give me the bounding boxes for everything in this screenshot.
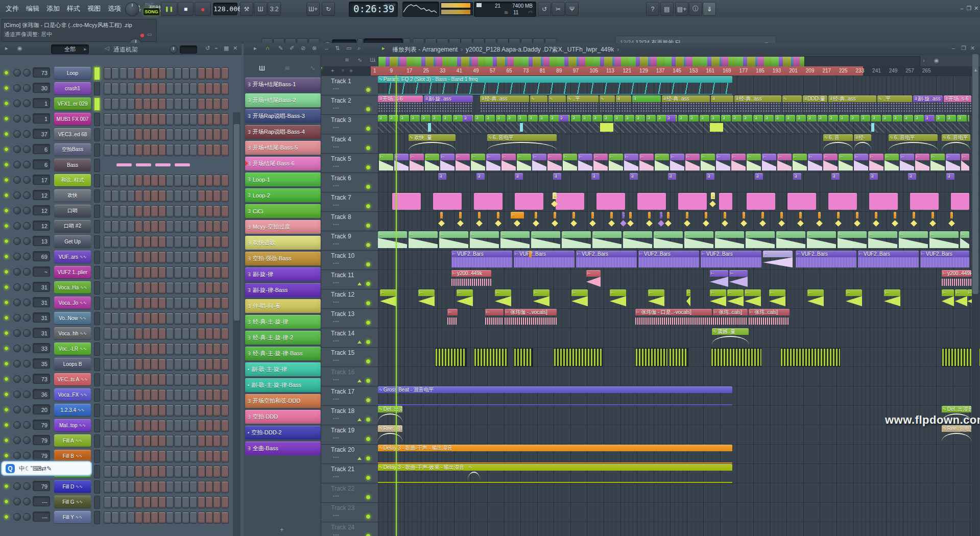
channel-target-number[interactable]: 33 bbox=[33, 343, 50, 353]
channel-selector[interactable] bbox=[94, 373, 100, 386]
step-cell[interactable] bbox=[104, 374, 111, 386]
playlist-clip[interactable]: ⊢ bbox=[440, 154, 455, 173]
step-cell[interactable] bbox=[182, 374, 189, 386]
step-cell[interactable] bbox=[111, 496, 119, 508]
clip-source-audio-icon[interactable]: ≋ bbox=[345, 57, 349, 63]
step-cell[interactable] bbox=[119, 389, 127, 401]
step-cell[interactable] bbox=[151, 190, 158, 202]
channel-button-Voca..hh[interactable]: Voca..hh∿∿ bbox=[54, 327, 91, 339]
step-cell[interactable] bbox=[174, 328, 182, 340]
menu-item-添加[interactable]: 添加 bbox=[43, 4, 63, 13]
playlist-clip-VUF2..Bars[interactable]: ⊢VUF2..Bars bbox=[576, 251, 637, 270]
step-cell[interactable] bbox=[221, 282, 229, 294]
step-cell[interactable] bbox=[111, 404, 119, 417]
channel-pan-knob[interactable] bbox=[23, 100, 31, 107]
step-cell[interactable] bbox=[221, 98, 229, 110]
step-cell[interactable] bbox=[166, 251, 174, 263]
step-cell[interactable] bbox=[213, 251, 221, 263]
playlist-clip[interactable]: ∃ bbox=[632, 95, 661, 114]
channel-selector[interactable] bbox=[94, 343, 100, 356]
pattern-item-开场空拍和弦-DDD[interactable]: ∃开场空拍和弦-DDD bbox=[245, 394, 321, 408]
step-cell[interactable] bbox=[198, 389, 205, 401]
step-cell[interactable] bbox=[221, 113, 229, 126]
playlist-track-row-6[interactable]: Track 6••• bbox=[321, 173, 980, 192]
playlist-clip[interactable]: ∃ bbox=[946, 173, 954, 192]
ime-toolbar[interactable]: Q 中☾”⌨⇄✎ bbox=[1, 461, 92, 476]
step-cell[interactable] bbox=[119, 98, 127, 110]
playlist-clip[interactable]: ⊢ bbox=[654, 231, 683, 250]
playlist-clip[interactable]: ⊢ bbox=[747, 154, 761, 173]
pattern-item-开场+结尾Bass-2[interactable]: ∃开场+结尾Bass-2 bbox=[245, 93, 321, 107]
step-cell[interactable] bbox=[143, 175, 151, 187]
pattern-item-伴-唱-间-奏[interactable]: ∃伴-唱-间-奏 bbox=[245, 299, 321, 313]
step-cell[interactable] bbox=[111, 236, 119, 248]
step-cell[interactable] bbox=[143, 404, 151, 417]
playlist-track-row-14[interactable]: Track 14••• bbox=[321, 328, 980, 347]
channel-mute-led[interactable] bbox=[4, 484, 9, 489]
step-cell[interactable] bbox=[104, 67, 111, 80]
playlist-clip[interactable]: ∃ bbox=[666, 115, 676, 134]
track-options-dots[interactable]: ••• bbox=[333, 280, 339, 285]
step-cell[interactable] bbox=[111, 190, 119, 202]
step-cell[interactable] bbox=[158, 511, 166, 524]
playlist-clip[interactable]: ⊢ bbox=[701, 154, 715, 173]
step-cell[interactable] bbox=[213, 435, 221, 447]
playlist-clip[interactable] bbox=[637, 193, 666, 210]
menu-item-视图[interactable]: 视图 bbox=[84, 4, 104, 13]
step-cell[interactable] bbox=[127, 435, 135, 447]
playlist-clip[interactable]: ∃ bbox=[914, 115, 924, 134]
playlist-track-row-18[interactable]: Track 18••• bbox=[321, 405, 980, 425]
select-tool-icon[interactable]: ▭ bbox=[346, 45, 351, 52]
minimize-button[interactable]: – bbox=[959, 4, 965, 13]
channel-button-Fill G[interactable]: Fill G∿∿ bbox=[54, 496, 91, 508]
playlist-clip[interactable]: ∃ bbox=[554, 212, 556, 231]
track-options-dots[interactable]: ••• bbox=[333, 183, 339, 188]
track-mute-led[interactable] bbox=[366, 262, 371, 267]
channel-button-VFX1..er 029[interactable]: VFX1..er 029 bbox=[54, 98, 91, 110]
time-display[interactable]: 0:26:39 M:S:CS bbox=[349, 2, 398, 17]
channel-mute-led[interactable] bbox=[4, 86, 9, 90]
step-cell[interactable] bbox=[127, 420, 135, 432]
step-cell[interactable] bbox=[213, 205, 221, 217]
step-cell[interactable] bbox=[189, 328, 197, 340]
playlist-clip-VUF2..Bars[interactable]: ⊢VUF2..Bars bbox=[796, 251, 856, 270]
step-cell[interactable] bbox=[189, 67, 197, 80]
step-cell[interactable] bbox=[205, 83, 213, 95]
channel-selector[interactable] bbox=[94, 98, 100, 111]
playlist-clip-DDD-量[interactable]: ∃DDD-量 bbox=[803, 95, 827, 114]
playlist-clip[interactable]: ∃ bbox=[622, 212, 625, 231]
step-cell[interactable] bbox=[127, 282, 135, 294]
playlist-clip[interactable]: ∃ bbox=[686, 212, 688, 231]
playlist-clip[interactable]: ⊢ bbox=[885, 154, 899, 173]
step-cell[interactable] bbox=[143, 466, 151, 478]
playlist-clip[interactable]: ⊢ bbox=[517, 154, 531, 173]
playlist-clip[interactable]: ⊢ bbox=[763, 251, 793, 270]
channel-selector[interactable] bbox=[94, 388, 100, 402]
playlist-clip[interactable] bbox=[428, 123, 431, 132]
channel-selector[interactable] bbox=[94, 174, 100, 187]
channel-button-Fill A[interactable]: Fill A∿∿ bbox=[54, 434, 91, 447]
step-cell[interactable] bbox=[205, 129, 213, 141]
playlist-clip-6..音[interactable]: ∿6..音 bbox=[823, 134, 853, 153]
channel-button-VEC3..ed 68[interactable]: VEC3..ed 68 bbox=[54, 128, 91, 140]
track-options-dots[interactable]: ••• bbox=[333, 319, 339, 324]
channel-target-number[interactable]: 79 bbox=[33, 435, 50, 445]
step-cell[interactable] bbox=[135, 98, 142, 110]
step-cell[interactable] bbox=[205, 466, 213, 478]
step-cell[interactable] bbox=[174, 67, 182, 80]
playlist-clip-6..音电平[interactable]: ∿6..音电平 bbox=[487, 134, 557, 153]
playlist-clip[interactable] bbox=[669, 348, 688, 367]
step-cell[interactable] bbox=[151, 83, 158, 95]
track-name-21[interactable]: Track 21 bbox=[331, 466, 354, 473]
playlist-clip[interactable]: ⊢ bbox=[439, 231, 468, 250]
step-cell[interactable] bbox=[158, 190, 166, 202]
save-button[interactable]: ▤ bbox=[660, 2, 674, 16]
step-cell[interactable] bbox=[143, 251, 151, 263]
channel-pan-knob[interactable] bbox=[23, 176, 31, 184]
playlist-clip[interactable] bbox=[556, 193, 584, 210]
undo-button[interactable]: ↺ bbox=[538, 2, 551, 16]
playlist-close-icon[interactable]: ✕ bbox=[970, 45, 975, 52]
playlist-clip[interactable]: ⊢ bbox=[624, 154, 638, 173]
playlist-clip-张玮..cals][interactable]: ⊢张玮..cals] bbox=[749, 309, 790, 328]
playlist-clip[interactable]: ⊢ bbox=[686, 289, 690, 308]
